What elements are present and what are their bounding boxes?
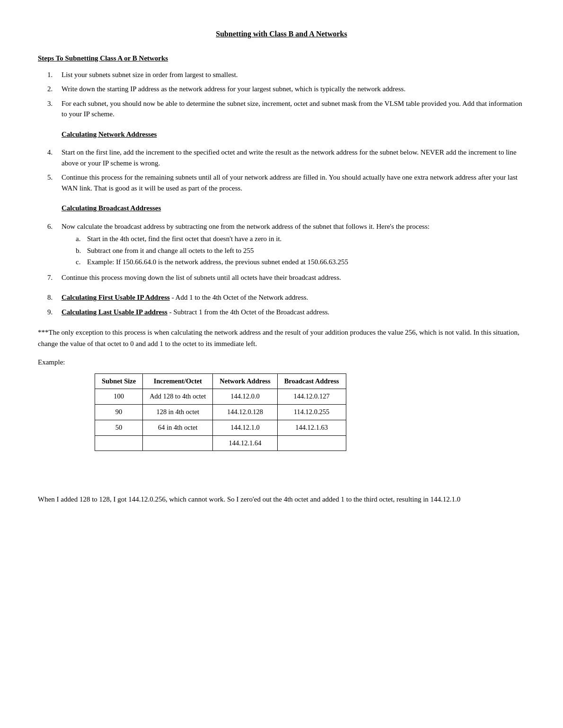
list-item: 4. Start on the first line, add the incr… [47,147,525,168]
sub-list-item: a. Start in the 4th octet, find the firs… [76,234,525,244]
cell-broadcast: 144.12.1.63 [277,420,346,435]
step8-text: - Add 1 to the 4th Octet of the Network … [170,294,308,301]
cell-broadcast: 144.12.0.127 [277,389,346,405]
step8-item: 8. Calculating First Usable IP Address -… [47,292,525,303]
page-title: Subnetting with Class B and A Networks [38,28,525,40]
list-item: 1. List your subnets subnet size in orde… [47,69,525,80]
list-item: 2. Write down the starting IP address as… [47,84,525,95]
cell-subnet: 90 [95,405,143,420]
calc-broadcast-heading: Calculating Broadcast Addresses [62,203,525,214]
step8-label: Calculating First Usable IP Address [62,294,170,301]
table-row: 100 Add 128 to 4th octet 144.12.0.0 144.… [95,389,346,405]
table-row: 90 128 in 4th octet 144.12.0.128 114.12.… [95,405,346,420]
bottom-note: When I added 128 to 128, I got 144.12.0.… [38,494,525,505]
note-block: ***The only exception to this process is… [38,327,525,349]
cell-network: 144.12.1.64 [213,435,277,451]
example-table: Subnet Size Increment/Octet Network Addr… [95,373,346,451]
example-label: Example: [38,357,525,368]
cell-broadcast [277,435,346,451]
col-header-network: Network Address [213,373,277,389]
cell-network: 144.12.1.0 [213,420,277,435]
cell-increment: 128 in 4th octet [143,405,213,420]
table-row: 144.12.1.64 [95,435,346,451]
calc-network-heading: Calculating Network Addresses [62,129,525,140]
col-header-broadcast: Broadcast Address [277,373,346,389]
list-item: 3. For each subnet, you should now be ab… [47,98,525,120]
cell-subnet: 50 [95,420,143,435]
list-item: 5. Continue this process for the remaini… [47,172,525,193]
cell-network: 144.12.0.128 [213,405,277,420]
step9-text: - Subtract 1 from the 4th Octet of the B… [167,308,329,316]
col-header-increment: Increment/Octet [143,373,213,389]
cell-increment: 64 in 4th octet [143,420,213,435]
cell-network: 144.12.0.0 [213,389,277,405]
step9-item: 9. Calculating Last Usable IP address - … [47,307,525,318]
step9-label: Calculating Last Usable IP address [62,308,167,316]
col-header-subnet: Subnet Size [95,373,143,389]
cell-increment [143,435,213,451]
cell-subnet [95,435,143,451]
list-item: 7. Continue this process moving down the… [47,272,525,283]
sub-list-item: c. Example: If 150.66.64.0 is the networ… [76,257,525,268]
cell-broadcast: 114.12.0.255 [277,405,346,420]
cell-subnet: 100 [95,389,143,405]
list-item: 6. Now calculate the broadcast address b… [47,221,525,269]
section1-heading: Steps To Subnetting Class A or B Network… [38,53,525,64]
cell-increment: Add 128 to 4th octet [143,389,213,405]
sub-list-item: b. Subtract one from it and change all o… [76,245,525,256]
table-row: 50 64 in 4th octet 144.12.1.0 144.12.1.6… [95,420,346,435]
